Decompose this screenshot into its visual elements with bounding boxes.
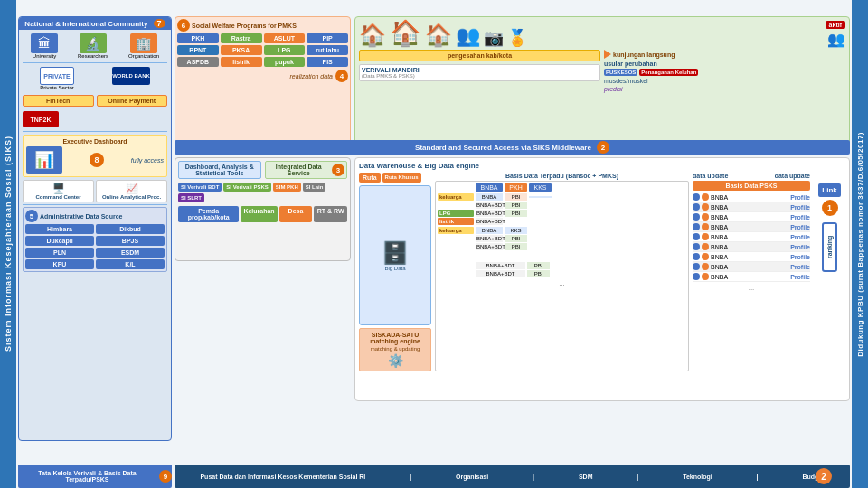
standard-access-badge: 2 xyxy=(597,141,609,154)
verivali-box: VERIVALI MANDIRI (Data PMKS & PSKS) xyxy=(359,64,600,81)
bt-row-listrik: listrik BNBA+BDT xyxy=(438,218,686,225)
ranking-box: ranking xyxy=(822,222,837,272)
dot-11 xyxy=(693,243,700,250)
desa-label: Desa xyxy=(279,206,313,222)
bt-row-bnba-bdt-2: BNBA+BDT PBI xyxy=(438,235,686,242)
command-center-icon: 🖥️ xyxy=(25,183,91,194)
sw-bpnt: BPNT xyxy=(177,45,219,55)
profile-row-5: BNBA Profile xyxy=(693,232,810,242)
tata-kelola-label: Tata-Kelola Verivali & Basis Data Terpad… xyxy=(18,470,156,483)
bottom-separator-2: | xyxy=(533,474,534,480)
right-vertical-label: Didukung KPBU (surat Bappenas nomor 3637… xyxy=(852,0,868,488)
usular-label: usular perubahan xyxy=(604,61,657,67)
database-icon: 🗄️ xyxy=(382,240,409,266)
admin-bpjs: BPJS xyxy=(96,236,165,246)
gear-icon: ⚙️ xyxy=(363,353,428,368)
bt-col-bnba: BNBA xyxy=(476,183,503,192)
bt-empty-3 xyxy=(438,246,474,248)
verification-panel: 🏠 🏠 🏠 👥 📷 🏅 aktif 👥 pengesahan kab/kota … xyxy=(354,16,850,147)
ruta-badge: Ruta xyxy=(359,173,381,183)
page-number-badge: 2 xyxy=(816,468,832,484)
social-welfare-panel: 6 Social Welfare Programs for PMKS PKH R… xyxy=(175,16,351,147)
dot-2 xyxy=(702,193,709,201)
person-group-icon: 👥 xyxy=(827,31,845,48)
house-icon-1: 🏠 xyxy=(359,24,386,46)
bnba-text-3: BNBA xyxy=(711,214,788,221)
executive-dashboard-box: Executive Dashboard 📊 8 fully access xyxy=(23,135,167,177)
admin-data-source-box: 5 Administrative Data Source Himbara Dik… xyxy=(23,207,167,272)
admin-dukcapil: Dukcapil xyxy=(25,236,94,246)
online-analytical-label: Online Analytical Proc. xyxy=(99,194,165,200)
camera-icon: 📷 xyxy=(484,30,504,46)
pbi-lpg: PBI xyxy=(505,210,527,217)
pbi-3: PBI xyxy=(505,243,527,250)
si-verivali-bdt: SI Verivali BDT xyxy=(178,183,222,192)
online-analytical-box: 📈 Online Analytical Proc. xyxy=(96,180,167,202)
badge-3: 3 xyxy=(332,164,344,176)
dot-14 xyxy=(702,253,709,260)
realization-label: realization data xyxy=(290,73,333,80)
org-university: 🏛 University xyxy=(31,33,58,59)
bt-empty-1 xyxy=(438,204,474,206)
sw-aspdb: ASPDB xyxy=(177,57,219,67)
dashboard-badge-row: 📊 8 fully access xyxy=(26,146,164,174)
arrow-icon-1 xyxy=(604,50,611,59)
sw-rutilahu: rutilahu xyxy=(307,45,348,55)
admin-dikbud: Dikbud xyxy=(96,224,165,234)
sw-listrik: listrik xyxy=(221,57,262,67)
siskada-box: SISKADA-SATU matching engine matching & … xyxy=(359,328,431,371)
dashboard-tools-panel: Dashboard, Analysis & Statistical Tools … xyxy=(175,157,351,261)
sw-items-grid: PKH Rastra ASLUT PIP BPNT PKSA LPG rutil… xyxy=(177,33,348,67)
executive-dashboard-label: Executive Dashboard xyxy=(26,138,164,145)
command-center-box: 🖥️ Command Center xyxy=(23,180,94,202)
admin-esdm: ESDM xyxy=(96,248,165,258)
bt-empty-5 xyxy=(438,273,474,275)
bt-col-pkh: PKH xyxy=(505,183,527,192)
pemda-label: Pemda prop/kab/kota xyxy=(178,206,239,222)
bnba-text-6: BNBA xyxy=(711,244,788,250)
integrated-data-box: Integrated Data Service 3 xyxy=(265,161,348,179)
tools-top-row: Dashboard, Analysis & Statistical Tools … xyxy=(178,161,347,179)
profile-row-2: BNBA Profile xyxy=(693,202,810,212)
badge-4: 4 xyxy=(335,70,348,82)
dot-9 xyxy=(693,233,700,240)
dashboard-analysis-label: Dashboard, Analysis & Statistical Tools xyxy=(181,164,259,176)
tnp2k-row: TNP2K xyxy=(19,109,171,129)
pbi-4: PBI xyxy=(527,262,550,269)
pbi-2: PBI xyxy=(505,235,527,242)
pengesahan-row: pengesahan kab/kota VERIVALI MANDIRI (Da… xyxy=(359,50,845,92)
dashboard-badge: 8 xyxy=(90,153,104,167)
ellipsis-bt: ... xyxy=(438,252,686,260)
dot-7 xyxy=(693,223,700,230)
online-analytical-icon: 📈 xyxy=(99,183,165,194)
data-update-2: data update xyxy=(775,173,810,179)
dw-left-col: Ruta Ruta Khusus 🗄️ Big Data SISKADA-SAT… xyxy=(359,173,431,371)
tata-kelola-bar: Tata-Kelola Verivali & Basis Data Terpad… xyxy=(18,465,172,488)
verivali-sub-label: (Data PMKS & PSKS) xyxy=(362,73,598,79)
profile-6: Profile xyxy=(790,244,810,250)
listrik-cell: listrik xyxy=(438,218,474,225)
admin-header-row: 5 Administrative Data Source xyxy=(25,210,165,222)
bnba-text-2: BNBA xyxy=(711,204,788,211)
profile-1: Profile xyxy=(790,194,810,201)
ruta-badges: Ruta Ruta Khusus xyxy=(359,173,431,183)
pkh-val: PBI xyxy=(505,193,527,201)
fintech-box: FinTech xyxy=(23,95,94,107)
left-panel: National & International Community 7 🏛 U… xyxy=(18,16,172,441)
bnba-bdt-1: BNBA+BDT xyxy=(476,202,503,209)
profile-7: Profile xyxy=(790,254,810,260)
si-items-row: SI Verivali BDT SI Verivali PSKS SIM PKH… xyxy=(178,183,347,202)
sw-aslut: ASLUT xyxy=(264,33,306,43)
dot-8 xyxy=(702,223,709,230)
sw-header: 6 Social Welfare Programs for PMKS xyxy=(177,19,348,32)
bnba-text-5: BNBA xyxy=(711,234,788,240)
tnp2k-logo: TNP2K xyxy=(23,111,59,127)
bt-row-bnba-bdt-3: BNBA+BDT PBI xyxy=(438,243,686,250)
sw-pkh: PKH xyxy=(177,33,219,43)
pbi-1: PBI xyxy=(505,202,527,209)
sw-rastra: Rastra xyxy=(221,33,262,43)
verivali-label: VERIVALI MANDIRI xyxy=(362,67,598,73)
dot-1 xyxy=(693,193,700,201)
dot-10 xyxy=(702,233,709,240)
admin-kl: K/L xyxy=(96,259,165,269)
